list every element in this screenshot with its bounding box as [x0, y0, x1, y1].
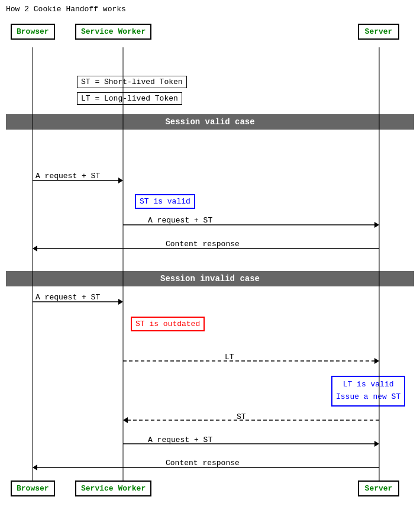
resp2-label: Content response — [166, 459, 240, 467]
server-label-top: Server — [365, 27, 393, 36]
svg-marker-8 — [33, 246, 37, 251]
server-label-bottom: Server — [365, 484, 393, 493]
st-definition: ST = Short-lived Token — [77, 76, 187, 88]
svg-marker-4 — [118, 178, 123, 183]
resp1-label: Content response — [166, 240, 240, 249]
st-outdated-text: ST is outdated — [135, 320, 200, 328]
lt-valid-note: LT is validIssue a new ST — [331, 376, 405, 407]
sw-box-top: Service Worker — [75, 24, 151, 40]
server-box-bottom: Server — [358, 480, 399, 496]
lt-msg-label: LT — [225, 353, 234, 362]
sw-label-top: Service Worker — [81, 27, 146, 36]
st-msg-label: ST — [237, 412, 246, 421]
browser-label-bottom: Browser — [17, 484, 49, 493]
sw-box-bottom: Service Worker — [75, 480, 151, 496]
req1-label: A request + ST — [35, 172, 100, 180]
svg-marker-6 — [374, 222, 379, 228]
req3-label: A request + ST — [35, 293, 100, 302]
svg-marker-16 — [374, 441, 379, 447]
req4-label: A request + ST — [148, 436, 212, 444]
diagram-title: How 2 Cookie Handoff works — [6, 5, 126, 14]
invalid-section-label: Session invalid case — [160, 274, 260, 283]
st-outdated-note: ST is outdated — [131, 317, 205, 331]
st-valid-note: ST is valid — [135, 194, 195, 209]
sw-label-bottom: Service Worker — [81, 484, 146, 493]
valid-section-label: Session valid case — [165, 117, 254, 127]
req2-label: A request + ST — [148, 216, 212, 225]
lt-def-text: LT = Long-lived Token — [81, 94, 178, 103]
svg-marker-12 — [374, 358, 379, 364]
svg-marker-10 — [118, 299, 123, 305]
svg-marker-18 — [33, 465, 37, 470]
lt-valid-text: LT is validIssue a new ST — [336, 380, 400, 401]
diagram: How 2 Cookie Handoff works Browser Servi… — [0, 0, 420, 516]
browser-box-top: Browser — [11, 24, 55, 40]
svg-marker-14 — [123, 417, 128, 423]
st-def-text: ST = Short-lived Token — [81, 78, 183, 86]
session-valid-header: Session valid case — [6, 114, 414, 130]
session-invalid-header: Session invalid case — [6, 271, 414, 286]
lt-definition: LT = Long-lived Token — [77, 92, 182, 105]
st-valid-text: ST is valid — [140, 197, 190, 206]
browser-box-bottom: Browser — [11, 480, 55, 496]
server-box-top: Server — [358, 24, 399, 40]
browser-label-top: Browser — [17, 27, 49, 36]
